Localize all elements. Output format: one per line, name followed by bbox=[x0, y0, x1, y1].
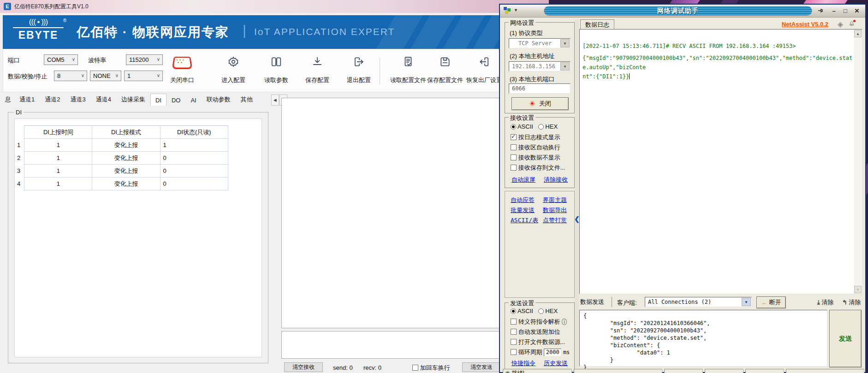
cell-report-mode[interactable]: 变化上报 bbox=[92, 139, 160, 152]
tab-info[interactable]: 息 bbox=[3, 93, 14, 106]
minimize-icon[interactable]: – bbox=[829, 6, 838, 15]
data-log-area[interactable]: [2022-11-07 15:13:46.711]# RECV ASCII FR… bbox=[579, 29, 862, 294]
radio-icon[interactable] bbox=[511, 308, 516, 314]
clear-receive-button[interactable]: ⤓ 清除 bbox=[817, 298, 833, 307]
checkbox-icon[interactable] bbox=[511, 339, 517, 345]
table-row[interactable]: 1 1 变化上报 1 bbox=[16, 139, 228, 152]
send-ascii-radio[interactable]: ASCII HEX bbox=[511, 308, 558, 314]
cycle-period-input[interactable]: 2000 bbox=[544, 349, 561, 356]
donate-link[interactable]: 点赞打赏 bbox=[543, 216, 567, 225]
tab-do[interactable]: DO bbox=[166, 95, 186, 106]
cell-report-time[interactable]: 1 bbox=[24, 152, 92, 165]
clear-send-button[interactable]: 清空发送 bbox=[462, 362, 501, 372]
data-export-link[interactable]: 数据导出 bbox=[543, 206, 567, 214]
checkbox-icon[interactable] bbox=[412, 365, 418, 371]
cell-report-mode[interactable]: 变化上报 bbox=[92, 178, 160, 190]
tab-other[interactable]: 其他 bbox=[236, 93, 258, 106]
tab-ai[interactable]: AI bbox=[185, 95, 201, 106]
hide-data-option[interactable]: 接收数据不显示 bbox=[511, 154, 560, 162]
radio-icon[interactable] bbox=[538, 308, 544, 314]
checkbox-icon[interactable] bbox=[511, 154, 517, 160]
quick-command-link[interactable]: 快捷指令 bbox=[511, 359, 535, 367]
close-serial-button[interactable]: 关闭串口 bbox=[163, 56, 202, 84]
data-log-tab[interactable]: 数据日志 bbox=[580, 19, 614, 30]
parity-select[interactable]: NONE ∨ bbox=[90, 71, 121, 81]
cell-report-time[interactable]: 1 bbox=[24, 139, 92, 152]
protocol-select[interactable]: TCP Server ▼ bbox=[509, 38, 571, 48]
chevron-down-icon[interactable]: ▼ bbox=[514, 8, 518, 12]
send-button[interactable]: 发送 bbox=[829, 310, 862, 367]
databits-select[interactable]: 8 ∨ bbox=[54, 71, 87, 81]
checkbox-icon[interactable] bbox=[511, 349, 517, 355]
bell-icon[interactable]: 🕭 bbox=[849, 20, 855, 27]
auto-reply-link[interactable]: 自动应答 bbox=[511, 196, 535, 204]
host-port-input[interactable]: 6066 bbox=[509, 83, 571, 94]
enter-config-button[interactable]: 进入配置 bbox=[214, 56, 253, 84]
clear-send-button[interactable]: ↰ 清除 bbox=[842, 298, 861, 307]
clear-receive-link[interactable]: 清除接收 bbox=[544, 176, 568, 184]
port-select[interactable]: COM5 ∨ bbox=[44, 54, 78, 65]
checkbox-icon[interactable] bbox=[511, 165, 517, 171]
table-row[interactable]: 4 1 变化上报 0 bbox=[16, 178, 228, 190]
save-config-button[interactable]: 保存配置 bbox=[298, 56, 337, 84]
auto-scroll-link[interactable]: 自动滚屏 bbox=[511, 176, 535, 184]
history-send-link[interactable]: 历史发送 bbox=[544, 359, 568, 367]
exit-config-button[interactable]: 退出配置 bbox=[339, 56, 378, 84]
collapse-arrow-icon[interactable]: ❮ bbox=[574, 215, 580, 223]
cell-report-mode[interactable]: 变化上报 bbox=[92, 152, 160, 165]
checkbox-icon[interactable] bbox=[511, 319, 517, 325]
tab-edge-collect[interactable]: 边缘采集 bbox=[116, 93, 150, 106]
tab-linkage[interactable]: 联动参数 bbox=[202, 93, 236, 106]
tab-scroll-left-icon[interactable]: ◀ bbox=[271, 95, 279, 106]
batch-send-link[interactable]: 批量发送 bbox=[511, 206, 535, 214]
close-icon[interactable]: ✕ bbox=[852, 6, 862, 15]
diamond-icon[interactable]: ◈ bbox=[838, 20, 843, 29]
client-select[interactable]: All Connections (2) ▼ bbox=[645, 297, 752, 307]
data-send-tab[interactable]: 数据发送 bbox=[580, 298, 604, 306]
recv-ascii-radio[interactable]: ASCII HEX bbox=[511, 123, 558, 130]
close-connection-button[interactable]: ☀ 关闭 bbox=[511, 97, 569, 110]
auto-append-option[interactable]: 自动发送附加位 bbox=[511, 328, 560, 336]
table-row[interactable]: 3 1 变化上报 0 bbox=[16, 165, 228, 178]
maximize-icon[interactable]: □ bbox=[841, 6, 850, 15]
log-scrollbar[interactable]: ▲ ▼ bbox=[854, 30, 862, 293]
tab-channel1[interactable]: 通道1 bbox=[14, 93, 40, 106]
pin-icon[interactable] bbox=[815, 6, 825, 15]
log-mode-option[interactable]: 按日志模式显示 bbox=[511, 133, 560, 142]
host-select[interactable]: 192.168.3.156 ▼ bbox=[509, 61, 571, 71]
baud-select[interactable]: 115200 ∨ bbox=[126, 54, 163, 65]
netassist-version-link[interactable]: NetAssist V5.0.2 bbox=[782, 21, 828, 28]
tab-di[interactable]: DI bbox=[150, 94, 166, 106]
tab-channel4[interactable]: 通道4 bbox=[91, 93, 116, 106]
read-params-button[interactable]: 读取参数 bbox=[257, 56, 296, 84]
file-source-option[interactable]: 打开文件数据源... bbox=[511, 338, 565, 346]
append-newline-option[interactable]: 加回车换行 bbox=[412, 364, 450, 372]
panel-splitter[interactable]: ❮ bbox=[575, 19, 579, 368]
save-to-file-option[interactable]: 接收保存到文件... bbox=[511, 164, 565, 172]
scroll-up-icon[interactable]: ▲ bbox=[854, 30, 862, 37]
checkbox-icon[interactable] bbox=[511, 329, 517, 335]
disconnect-button[interactable]: ← 断开 bbox=[756, 296, 786, 308]
read-config-file-button[interactable]: 读取配置文件 bbox=[387, 56, 429, 84]
cell-report-mode[interactable]: 变化上报 bbox=[92, 165, 160, 178]
tab-channel3[interactable]: 通道3 bbox=[65, 93, 90, 106]
escape-parse-option[interactable]: 转义符指令解析 i bbox=[511, 318, 567, 326]
scroll-down-icon[interactable]: ▼ bbox=[854, 286, 862, 293]
auto-wrap-option[interactable]: 接收区自动换行 bbox=[511, 143, 560, 152]
cycle-period-option[interactable]: 循环周期 2000 ms bbox=[511, 348, 570, 356]
radio-icon[interactable] bbox=[511, 124, 516, 130]
info-icon[interactable]: i bbox=[562, 319, 566, 325]
table-row[interactable]: 2 1 变化上报 0 bbox=[16, 152, 228, 165]
ascii-table-link[interactable]: ASCII/表 bbox=[511, 216, 538, 225]
radio-icon[interactable] bbox=[538, 124, 544, 130]
clear-receive-button[interactable]: 清空接收 bbox=[284, 362, 323, 372]
system-menu-icon[interactable] bbox=[504, 7, 511, 14]
window-titlebar[interactable]: E 亿佰特E870系列配置工具V1.0 bbox=[0, 0, 549, 13]
save-config-file-button[interactable]: 保存配置文件 bbox=[424, 56, 466, 84]
checkbox-icon[interactable] bbox=[511, 134, 517, 140]
cell-report-time[interactable]: 1 bbox=[24, 178, 92, 190]
cell-report-time[interactable]: 1 bbox=[24, 165, 92, 178]
checkbox-icon[interactable] bbox=[511, 144, 517, 150]
send-text-area[interactable]: { "msgId": "202201241610366046", "sn": "… bbox=[579, 310, 827, 367]
stopbits-select[interactable]: 1 ∨ bbox=[124, 71, 163, 81]
